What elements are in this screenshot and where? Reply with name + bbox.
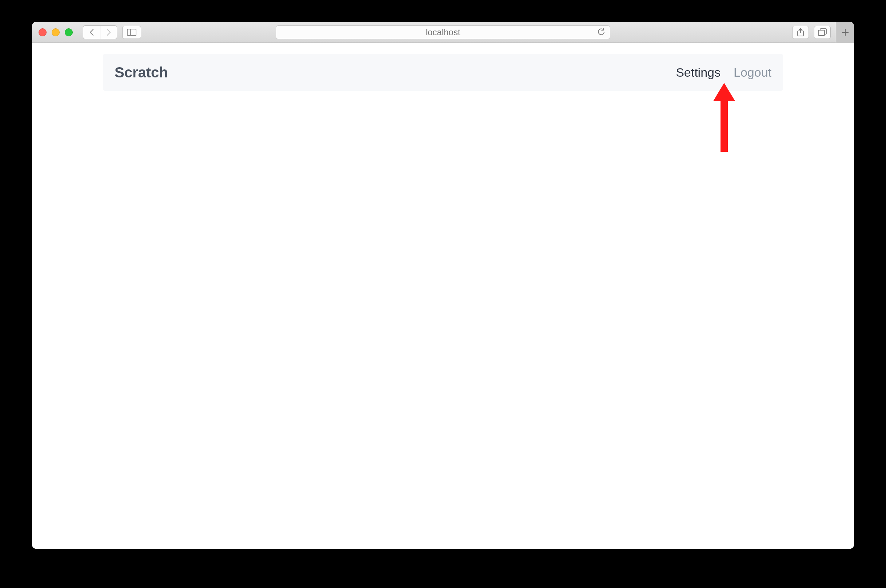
svg-rect-0	[127, 29, 136, 36]
annotation-arrow	[712, 83, 737, 156]
page-content: Scratch Settings Logout	[32, 43, 854, 549]
svg-marker-7	[713, 83, 735, 152]
toolbar-right	[792, 22, 847, 43]
sidebar-toggle-button[interactable]	[122, 26, 141, 39]
share-button[interactable]	[792, 26, 809, 39]
nav-link-logout[interactable]: Logout	[734, 65, 772, 80]
chevron-left-icon	[89, 29, 94, 36]
address-bar[interactable]: localhost	[276, 26, 610, 39]
minimize-window-button[interactable]	[52, 28, 60, 36]
sidebar-icon	[127, 29, 136, 36]
reload-icon	[597, 28, 605, 36]
back-button[interactable]	[83, 26, 100, 39]
brand-title[interactable]: Scratch	[114, 64, 168, 81]
address-text: localhost	[426, 27, 460, 38]
maximize-window-button[interactable]	[65, 28, 73, 36]
browser-window: localhost	[32, 22, 854, 549]
nav-links: Settings Logout	[676, 65, 772, 80]
browser-toolbar: localhost	[32, 22, 854, 43]
arrow-up-icon	[712, 83, 737, 156]
new-tab-button[interactable]	[836, 22, 854, 43]
share-icon	[797, 28, 804, 37]
close-window-button[interactable]	[39, 28, 47, 36]
window-controls	[39, 28, 73, 36]
tabs-button[interactable]	[814, 26, 831, 39]
plus-icon	[841, 28, 849, 36]
reload-button[interactable]	[597, 28, 605, 36]
svg-rect-4	[818, 30, 824, 36]
tabs-icon	[818, 28, 827, 36]
app-navbar: Scratch Settings Logout	[103, 54, 783, 91]
navigation-buttons	[83, 26, 117, 39]
forward-button[interactable]	[100, 26, 117, 39]
nav-link-settings[interactable]: Settings	[676, 65, 721, 80]
chevron-right-icon	[106, 29, 111, 36]
